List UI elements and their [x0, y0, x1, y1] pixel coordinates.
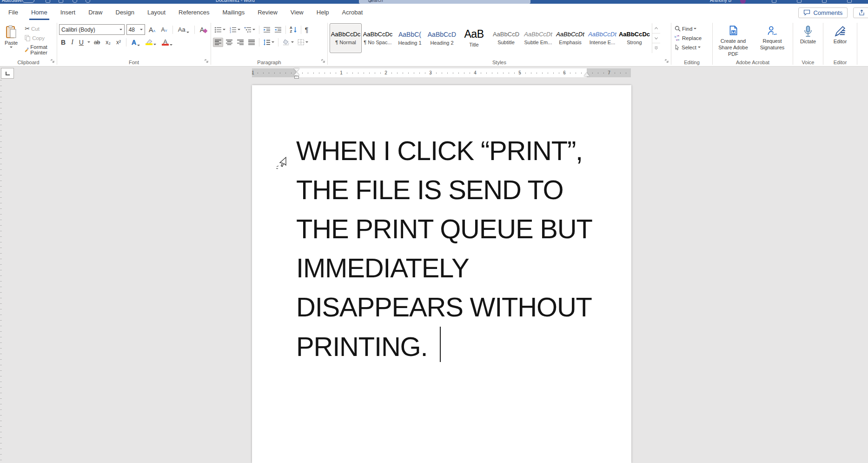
quick-access-icon[interactable]: [86, 0, 90, 3]
bold-button[interactable]: B: [59, 38, 67, 47]
shrink-font-button[interactable]: A˅: [159, 26, 169, 34]
tab-file[interactable]: File: [2, 4, 25, 21]
subscript-button[interactable]: x₂: [104, 38, 113, 47]
avatar[interactable]: [740, 0, 746, 4]
align-right-button[interactable]: [235, 38, 245, 47]
find-button[interactable]: Find: [673, 25, 710, 33]
comments-button[interactable]: Comments: [798, 7, 848, 18]
tab-view[interactable]: View: [284, 4, 310, 21]
styles-scroll-down-icon[interactable]: [652, 34, 660, 44]
document-page[interactable]: WHEN I CLICK “PRINT”, THE FILE IS SEND T…: [252, 85, 631, 463]
justify-button[interactable]: [246, 38, 257, 47]
increase-indent-button[interactable]: [273, 25, 283, 34]
underline-dropdown-icon[interactable]: [87, 41, 90, 43]
undo-icon[interactable]: [59, 0, 63, 3]
style-title[interactable]: AaB Title: [458, 23, 490, 53]
superscript-button[interactable]: x²: [114, 38, 123, 47]
highlight-button[interactable]: [144, 38, 158, 46]
editor-button[interactable]: Editor: [831, 23, 850, 46]
styles-gallery-more-icon[interactable]: [652, 43, 660, 53]
save-icon[interactable]: [46, 0, 50, 3]
tab-design[interactable]: Design: [109, 4, 141, 21]
align-left-button[interactable]: [213, 38, 223, 47]
cut-button[interactable]: ✂ Cut: [23, 24, 55, 33]
font-dialog-launcher-icon[interactable]: [205, 57, 209, 65]
italic-button[interactable]: I: [69, 38, 75, 47]
redo-icon[interactable]: [73, 0, 77, 3]
clipboard-dialog-launcher-icon[interactable]: [51, 57, 55, 65]
bullets-button[interactable]: [213, 25, 227, 34]
ruler-number: 7: [606, 68, 612, 77]
style-subtle-emphasis[interactable]: AaBbCcDt Subtle Em...: [522, 23, 554, 53]
style-emphasis[interactable]: AaBbCcDt Emphasis: [554, 23, 586, 53]
font-color-button[interactable]: A: [160, 38, 174, 47]
dictate-button[interactable]: Dictate: [797, 23, 819, 46]
request-signatures-button[interactable]: Request Signatures: [754, 23, 791, 59]
shading-button[interactable]: [281, 38, 295, 47]
grow-font-button[interactable]: A˄: [147, 25, 158, 34]
tab-draw[interactable]: Draw: [82, 4, 109, 21]
tab-review[interactable]: Review: [251, 4, 284, 21]
format-painter-button[interactable]: Format Painter: [23, 43, 55, 56]
restore-icon[interactable]: [822, 0, 827, 3]
ribbon-options-icon[interactable]: [772, 0, 776, 3]
font-size-select[interactable]: 48: [126, 24, 145, 35]
styles-dialog-launcher-icon[interactable]: [665, 57, 669, 65]
replace-button[interactable]: bc Replace: [673, 34, 710, 42]
shrink-caret-icon: ˅: [165, 28, 167, 33]
multilevel-list-button[interactable]: [243, 25, 257, 34]
text-cursor: [440, 327, 441, 362]
style-no-spacing[interactable]: AaBbCcDc ¶ No Spac...: [362, 23, 394, 53]
paragraph-dialog-launcher-icon[interactable]: [321, 57, 325, 65]
paste-button[interactable]: Paste: [2, 23, 20, 56]
select-button[interactable]: Select: [673, 43, 710, 51]
hanging-indent-marker[interactable]: [294, 72, 299, 75]
decrease-indent-button[interactable]: [262, 25, 272, 34]
align-right-icon: [237, 39, 244, 46]
line-spacing-dropdown-icon: [272, 41, 274, 43]
tab-help[interactable]: Help: [310, 4, 336, 21]
style-subtitle[interactable]: AaBbCcD Subtitle: [490, 23, 522, 53]
sort-button[interactable]: A Z: [288, 25, 298, 35]
align-center-button[interactable]: [224, 38, 234, 47]
tab-home[interactable]: Home: [25, 4, 54, 21]
line-spacing-button[interactable]: [262, 38, 276, 47]
underline-button[interactable]: U: [77, 38, 86, 47]
styles-group: AaBbCcDc ¶ Normal AaBbCcDc ¶ No Spac... …: [328, 21, 671, 66]
first-line-indent-marker[interactable]: [294, 68, 299, 72]
right-indent-marker[interactable]: [584, 73, 590, 76]
create-share-pdf-button[interactable]: Create and Share Adobe PDF: [715, 23, 752, 59]
style-heading2[interactable]: AaBbCcD Heading 2: [426, 23, 458, 53]
minimize-icon[interactable]: [797, 0, 802, 3]
tab-mailings[interactable]: Mailings: [216, 4, 252, 21]
tab-layout[interactable]: Layout: [141, 4, 172, 21]
font-name-select[interactable]: Calibri (Body): [59, 24, 125, 35]
numbering-button[interactable]: 123: [228, 25, 242, 34]
paste-dropdown-icon[interactable]: [10, 47, 13, 48]
close-icon[interactable]: [847, 0, 852, 3]
tab-references[interactable]: References: [172, 4, 216, 21]
tab-insert[interactable]: Insert: [54, 4, 82, 21]
divider: [194, 26, 195, 34]
tab-stop-selector[interactable]: [1, 68, 14, 79]
strikethrough-button[interactable]: ab: [92, 38, 102, 47]
styles-scroll-up-icon[interactable]: [652, 23, 660, 34]
style-heading1[interactable]: AaBbC( Heading 1: [394, 23, 426, 53]
borders-button[interactable]: [296, 38, 310, 47]
document-text[interactable]: WHEN I CLICK “PRINT”, THE FILE IS SEND T…: [296, 131, 592, 366]
style-strong[interactable]: AaBbCcDc Strong: [618, 23, 650, 53]
share-button[interactable]: Share: [853, 7, 868, 18]
style-normal[interactable]: AaBbCcDc ¶ Normal: [330, 23, 362, 53]
style-intense-emphasis[interactable]: AaBbCcDt Intense E...: [586, 23, 618, 53]
vertical-ruler: [0, 80, 2, 462]
left-indent-marker[interactable]: [294, 76, 299, 79]
tab-acrobat[interactable]: Acrobat: [336, 4, 370, 21]
show-hide-marks-button[interactable]: ¶: [304, 25, 310, 35]
clear-formatting-button[interactable]: A: [198, 25, 209, 34]
editor-label: Editor: [834, 39, 847, 44]
text-effects-button[interactable]: A: [130, 38, 142, 47]
autosave-toggle[interactable]: [22, 0, 34, 3]
copy-button[interactable]: Copy: [23, 34, 55, 42]
search-box[interactable]: Search: [359, 0, 530, 4]
change-case-button[interactable]: Aa: [176, 25, 191, 34]
